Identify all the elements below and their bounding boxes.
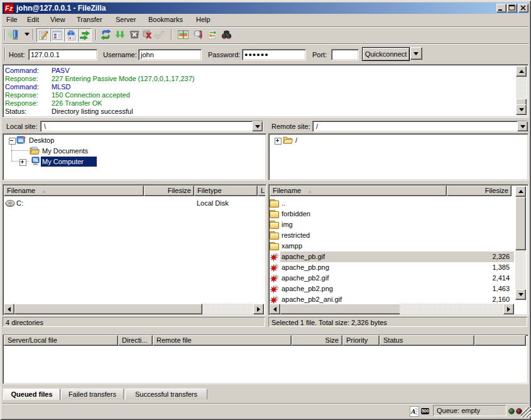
svg-text:A: A bbox=[410, 407, 415, 415]
svg-text:Fz: Fz bbox=[5, 4, 13, 12]
